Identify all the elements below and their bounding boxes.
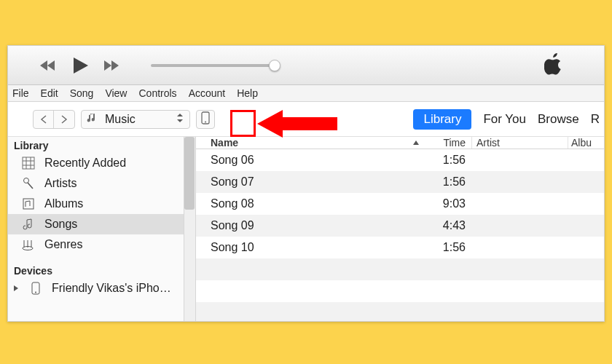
table-row-empty [196,280,604,302]
prev-track-button[interactable] [39,58,58,73]
guitar-icon [21,238,36,251]
menu-song[interactable]: Song [70,87,94,99]
media-type-picker[interactable]: Music [81,110,190,129]
table-row[interactable]: Song 071:56 [196,171,604,193]
menu-file[interactable]: File [12,87,29,99]
sidebar-item-label: Songs [44,218,77,231]
sidebar-item-albums[interactable]: Albums [8,194,195,214]
nav-forward-button[interactable] [54,111,74,128]
apple-logo-icon [544,53,563,77]
table-row-empty [196,258,604,280]
sidebar-item-label: Friendly Vikas's iPho… [52,282,171,295]
song-name: Song 09 [196,219,425,232]
play-button[interactable] [71,56,90,75]
music-note-icon [86,112,98,126]
svg-point-7 [24,178,29,183]
progress-slider[interactable] [151,64,275,67]
tab-radio[interactable]: R [591,112,600,127]
up-down-icon [176,113,184,125]
col-name[interactable]: Name [196,137,407,149]
table-row[interactable]: Song 094:43 [196,215,604,237]
song-name: Song 08 [196,197,425,210]
sidebar-item-songs[interactable]: Songs [8,214,195,234]
svg-point-12 [35,292,36,293]
col-time[interactable]: Time [425,137,471,149]
column-headers: Name Time Artist Albu [196,137,604,149]
col-artist[interactable]: Artist [471,137,568,149]
menu-controls[interactable]: Controls [138,87,176,99]
svg-rect-9 [23,199,34,209]
song-time: 1:56 [425,241,471,254]
iphone-icon [201,111,210,127]
triangle-right-icon[interactable] [12,282,20,295]
song-time: 1:56 [425,175,471,189]
sidebar-item-genres[interactable]: Genres [8,234,195,255]
sidebar-library-title: Library [8,137,195,153]
media-picker-label: Music [105,113,169,126]
tab-foryou[interactable]: For You [483,112,526,127]
table-row-empty [196,302,604,321]
menu-view[interactable]: View [105,87,127,99]
sidebar-item-artists[interactable]: Artists [8,173,195,194]
itunes-window: File Edit Song View Controls Account Hel… [7,45,605,322]
tab-library[interactable]: Library [413,109,471,130]
table-row[interactable]: Song 089:03 [196,193,604,215]
sidebar-item-recently-added[interactable]: Recently Added [8,153,195,173]
menu-account[interactable]: Account [189,87,226,99]
table-row[interactable]: Song 101:56 [196,237,604,258]
sidebar-item-label: Genres [44,238,82,251]
menu-bar: File Edit Song View Controls Account Hel… [8,85,604,102]
view-tabs: Library For You Browse R [413,109,604,130]
song-name: Song 10 [196,241,425,254]
sidebar-item-label: Recently Added [44,157,126,170]
content-area: Name Time Artist Albu Song 061:56Song 07… [196,137,604,321]
sidebar-item-label: Albums [44,197,83,210]
sidebar-scrollbar[interactable] [184,137,195,321]
menu-edit[interactable]: Edit [41,87,58,99]
device-button[interactable] [196,110,215,129]
song-name: Song 07 [196,175,425,189]
microphone-icon [21,177,36,190]
sidebar-item-label: Artists [44,177,76,190]
next-track-button[interactable] [103,58,122,73]
sort-ascending-icon[interactable] [407,140,425,146]
song-rows: Song 061:56Song 071:56Song 089:03Song 09… [196,149,604,321]
album-icon [21,197,36,210]
svg-line-8 [28,183,33,189]
song-name: Song 06 [196,154,425,167]
svg-rect-2 [23,157,34,169]
song-time: 1:56 [425,154,471,167]
iphone-icon [28,282,43,295]
song-time: 4:43 [425,219,471,232]
sidebar: Library Recently Added Artists Albums So… [8,137,196,321]
menu-help[interactable]: Help [237,87,258,99]
sidebar-devices-title: Devices [8,262,195,278]
playback-bar [8,46,604,85]
svg-point-1 [205,122,206,123]
note-icon [21,218,36,231]
scrollbar-thumb[interactable] [184,137,195,210]
nav-back-button[interactable] [34,111,54,128]
toolbar: Music Library For You Browse R [8,102,604,137]
sidebar-device-item[interactable]: Friendly Vikas's iPho… [8,278,195,298]
col-album[interactable]: Albu [568,137,604,149]
tab-browse[interactable]: Browse [538,112,579,127]
table-row[interactable]: Song 061:56 [196,149,604,171]
song-time: 9:03 [425,197,471,210]
slider-knob[interactable] [269,60,280,71]
grid-icon [21,157,36,170]
